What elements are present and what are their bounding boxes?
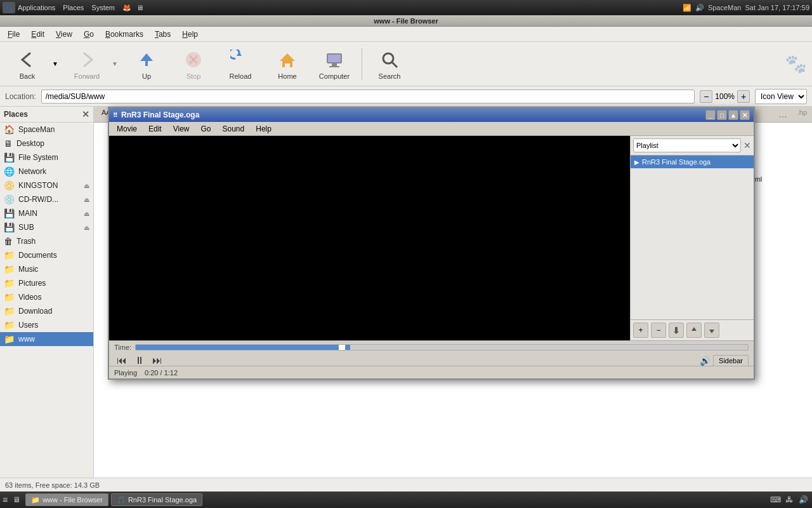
status-bar: 63 items, Free space: 14.3 GB: [0, 478, 812, 491]
stop-icon: [182, 48, 205, 71]
taskbar-media-player[interactable]: 🎵 RnR3 Final Stage.oga: [111, 493, 202, 506]
sidebar-item-cdrw[interactable]: 💿 CD-RW/D... ⏏: [0, 192, 93, 206]
location-bar: Location: − 100% + Icon View: [0, 86, 812, 107]
search-button[interactable]: Search: [367, 45, 412, 83]
playlist-movedown-button[interactable]: [704, 323, 719, 338]
playlist-add-button[interactable]: +: [633, 323, 648, 338]
taskbar-system-icons: ⌨ 🖧 🔊: [769, 494, 809, 505]
sidebar-item-kingston[interactable]: 📀 KINGSTON ⏏: [0, 178, 93, 192]
sidebar-item-users[interactable]: 📁 Users: [0, 318, 93, 332]
computer-button[interactable]: Computer: [312, 45, 357, 83]
sidebar-item-desktop[interactable]: 🖥 Desktop: [0, 137, 93, 150]
kingston-eject-icon[interactable]: ⏏: [84, 182, 89, 189]
app-menu-icon[interactable]: 🐾: [3, 2, 15, 13]
player-menu-go[interactable]: Go: [196, 123, 216, 135]
stop-button[interactable]: Stop: [171, 45, 216, 83]
applications-menu[interactable]: Applications: [18, 4, 55, 11]
back-button[interactable]: Back: [5, 45, 49, 83]
playlist-select[interactable]: Playlist: [633, 138, 741, 152]
player-title: RnR3 Final Stage.oga: [121, 110, 702, 119]
playlist-download-button[interactable]: [669, 323, 684, 338]
player-drag-icon: ⠿: [113, 112, 117, 119]
player-playlist-sidebar: Playlist ✕ ▶ RnR3 Final Stage.oga + −: [630, 136, 754, 340]
sidebar-label-filesystem: File System: [18, 153, 58, 162]
player-menu-view[interactable]: View: [168, 123, 195, 135]
player-menu-edit[interactable]: Edit: [143, 123, 167, 135]
sidebar-item-pictures[interactable]: 📁 Pictures: [0, 276, 93, 290]
player-menu-sound[interactable]: Sound: [218, 123, 250, 135]
main-eject-icon[interactable]: ⏏: [84, 210, 89, 217]
zoom-in-button[interactable]: +: [737, 90, 750, 103]
places-menu[interactable]: Places: [63, 4, 84, 11]
reload-button[interactable]: Reload: [218, 45, 263, 83]
svg-rect-7: [329, 66, 339, 67]
home-button[interactable]: Home: [265, 45, 310, 83]
firefox-icon[interactable]: 🦊: [122, 4, 131, 12]
svg-line-9: [392, 62, 397, 67]
playlist-remove-button[interactable]: −: [651, 323, 666, 338]
network-icon: 🌐: [4, 166, 15, 177]
player-minimize-button[interactable]: _: [705, 110, 716, 120]
sub-eject-icon[interactable]: ⏏: [84, 224, 89, 231]
playlist-moveup-button[interactable]: [686, 323, 702, 338]
forward-dropdown-btn[interactable]: ▼: [112, 60, 118, 67]
playlist-close-button[interactable]: ✕: [743, 140, 751, 150]
playlist-item-label: RnR3 Final Stage.oga: [642, 158, 710, 166]
sidebar-item-documents[interactable]: 📁 Documents: [0, 248, 93, 262]
time-slider-thumb[interactable]: [338, 344, 346, 351]
svg-point-8: [383, 53, 393, 64]
player-shade-button[interactable]: ▲: [728, 110, 738, 120]
sidebar-item-main[interactable]: 💾 MAIN ⏏: [0, 206, 93, 220]
volume-button[interactable]: 🔊: [700, 356, 710, 366]
sidebar-item-network[interactable]: 🌐 Network: [0, 164, 93, 178]
time-slider[interactable]: [135, 344, 749, 351]
system-tray: 📶 🔊 SpaceMan Sat Jan 17, 17:17:59: [683, 4, 809, 12]
computer-icon: [323, 48, 346, 71]
taskbar-show-desktop[interactable]: 🖥: [13, 495, 20, 504]
sidebar-item-download[interactable]: 📁 Download: [0, 304, 93, 318]
sidebar-item-videos[interactable]: 📁 Videos: [0, 290, 93, 304]
sidebar-item-filesystem[interactable]: 💾 File System: [0, 150, 93, 164]
taskbar-file-browser[interactable]: 📁 www - File Browser: [25, 493, 108, 506]
view-mode-select[interactable]: Icon View: [755, 89, 807, 104]
cdrw-eject-icon[interactable]: ⏏: [84, 196, 89, 203]
download-icon: 📁: [4, 306, 15, 316]
location-input[interactable]: [41, 90, 695, 104]
location-label: Location:: [5, 92, 36, 101]
menu-bookmarks[interactable]: Bookmarks: [100, 29, 148, 40]
menu-tabs[interactable]: Tabs: [150, 29, 176, 40]
sidebar-item-spaceman[interactable]: 🏠 SpaceMan: [0, 123, 93, 137]
toolbar-divider: [362, 48, 362, 80]
playlist-item-rnr3[interactable]: ▶ RnR3 Final Stage.oga: [631, 156, 754, 168]
system-menu[interactable]: System: [91, 4, 115, 11]
time-label: Time:: [114, 344, 131, 351]
up-icon: [135, 48, 158, 71]
player-maximize-button[interactable]: □: [717, 110, 727, 120]
sidebar-toggle-button[interactable]: Sidebar: [713, 355, 749, 366]
documents-icon: 📁: [4, 250, 15, 260]
player-close-button[interactable]: ✕: [740, 110, 750, 120]
sidebar-item-music[interactable]: 📁 Music: [0, 262, 93, 276]
terminal-icon[interactable]: 🖥: [136, 4, 143, 11]
sidebar-label-cdrw: CD-RW/D...: [18, 195, 58, 204]
up-button[interactable]: Up: [124, 45, 169, 83]
menu-help[interactable]: Help: [177, 29, 203, 40]
forward-button[interactable]: Forward: [65, 45, 109, 83]
sidebar-item-www[interactable]: 📁 www: [0, 332, 93, 346]
network-icon: 📶: [683, 4, 691, 12]
menu-view[interactable]: View: [51, 29, 77, 40]
pictures-icon: 📁: [4, 278, 15, 288]
sidebar-item-sub[interactable]: 💾 SUB ⏏: [0, 220, 93, 234]
zoom-level: 100%: [715, 92, 735, 101]
sidebar-close-button[interactable]: ✕: [82, 109, 89, 119]
player-menu-help[interactable]: Help: [251, 123, 277, 135]
back-dropdown-btn[interactable]: ▼: [52, 60, 58, 67]
player-menu-movie[interactable]: Movie: [112, 123, 142, 135]
sidebar-item-trash[interactable]: 🗑 Trash: [0, 234, 93, 248]
menu-file[interactable]: File: [3, 29, 25, 40]
zoom-out-button[interactable]: −: [700, 90, 712, 103]
menu-go[interactable]: Go: [79, 29, 99, 40]
player-body: Playlist ✕ ▶ RnR3 Final Stage.oga + −: [109, 136, 754, 340]
taskbar-menu-icon[interactable]: ≡: [3, 495, 8, 505]
menu-edit[interactable]: Edit: [26, 29, 49, 40]
